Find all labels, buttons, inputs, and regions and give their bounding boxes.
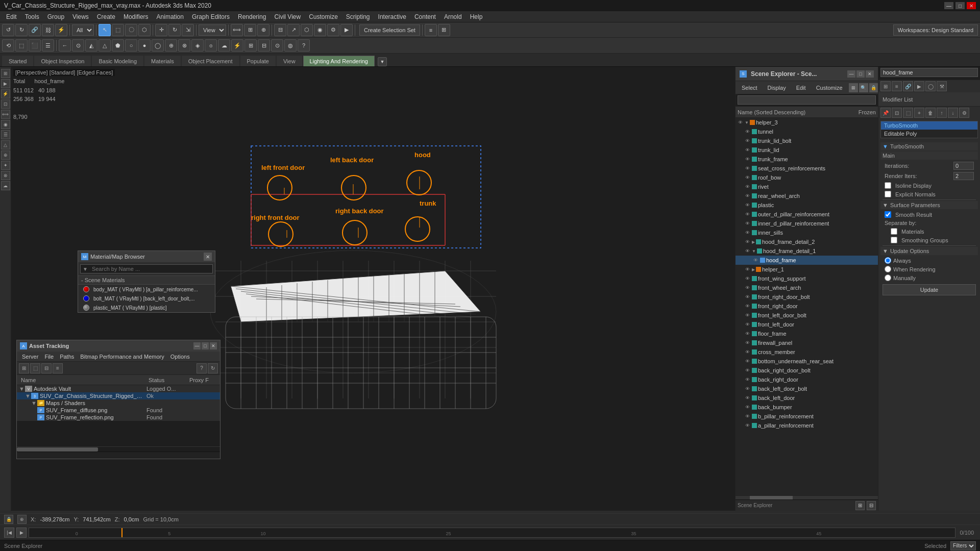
ts-smooth-result-check[interactable]: Smooth Result xyxy=(880,210,978,219)
select-region-button[interactable]: ⬚ xyxy=(112,24,124,36)
tb2-btn20[interactable]: ⊟ xyxy=(258,39,270,52)
ts-explicit-checkbox[interactable] xyxy=(885,191,891,197)
se-item-hood-detail2[interactable]: 👁 ▶ hood_frame_detail_2 xyxy=(736,237,878,246)
se-minimize-btn[interactable]: — xyxy=(847,70,855,78)
link-button[interactable]: 🔗 xyxy=(29,24,41,36)
scene-explorer-button[interactable]: ≡ xyxy=(425,24,437,36)
mirror-button[interactable]: ⟺ xyxy=(231,24,243,36)
menu-scripting[interactable]: Scripting xyxy=(342,12,374,21)
select-fence-button[interactable]: ⬡ xyxy=(138,24,151,36)
select-button[interactable]: ↖ xyxy=(99,24,111,36)
at-tb-btn4[interactable]: ≡ xyxy=(53,363,63,373)
redo-button[interactable]: ↻ xyxy=(15,24,28,36)
eye-icon[interactable]: 👁 xyxy=(744,293,751,300)
eye-icon[interactable]: 👁 xyxy=(744,367,751,374)
se-item-back-right-bolt[interactable]: 👁 back_right_door_bolt xyxy=(736,366,878,375)
left-icon-4[interactable]: ⊡ xyxy=(1,99,10,109)
at-item-vault[interactable]: ▼ V Autodesk Vault Logged O... xyxy=(17,385,220,392)
tb2-btn10[interactable]: ○ xyxy=(125,39,137,52)
tb2-btn14[interactable]: ⊗ xyxy=(178,39,190,52)
se-layers-btn[interactable]: ⊞ xyxy=(855,501,865,510)
eye-icon[interactable]: 👁 xyxy=(744,247,751,255)
render-button[interactable]: ▶ xyxy=(340,24,353,36)
se-item-front-right-bolt[interactable]: 👁 front_right_door_bolt xyxy=(736,292,878,302)
filter-dropdown[interactable]: All xyxy=(72,24,94,36)
tab-materials[interactable]: Materials xyxy=(144,56,181,66)
ts-main-header[interactable]: ▼ TurboSmooth xyxy=(880,142,978,151)
at-scrollbar-thumb[interactable] xyxy=(17,447,98,452)
ts-update-header[interactable]: ▼ Update Options xyxy=(880,247,978,255)
move-button[interactable]: ✛ xyxy=(155,24,167,36)
eye-icon[interactable]: 👁 xyxy=(744,174,751,181)
se-item-bottom-rear[interactable]: 👁 bottom_underneath_rear_seat xyxy=(736,357,878,366)
menu-help[interactable]: Help xyxy=(466,12,487,21)
eye-icon[interactable]: 👁 xyxy=(744,348,751,356)
se-tab-display[interactable]: Display xyxy=(764,84,790,92)
mp-utilities-btn[interactable]: ⚒ xyxy=(937,81,947,91)
minimize-button[interactable]: — xyxy=(944,2,953,9)
tb2-btn4[interactable]: ☰ xyxy=(42,39,54,52)
mod-turbosmooth[interactable]: TurboSmooth xyxy=(881,121,977,130)
ts-smoothing-check[interactable]: Smoothing Groups xyxy=(880,236,978,244)
at-tb-btn1[interactable]: ⊞ xyxy=(19,363,29,373)
mp-move-up-btn[interactable]: ↑ xyxy=(937,108,947,118)
view-dropdown[interactable]: View xyxy=(199,24,226,36)
rotate-button[interactable]: ↻ xyxy=(168,24,181,36)
tb2-btn5[interactable]: ← xyxy=(59,39,71,52)
ts-manually-check[interactable]: Manually xyxy=(880,273,978,282)
at-expand-vault[interactable]: ▼ xyxy=(19,386,25,392)
left-icon-12[interactable]: ☁ xyxy=(1,181,10,190)
se-extra-btn[interactable]: ⊟ xyxy=(867,501,876,510)
menu-tools[interactable]: Tools xyxy=(21,12,43,21)
eye-icon[interactable]: 👁 xyxy=(744,165,751,172)
menu-rendering[interactable]: Rendering xyxy=(234,12,270,21)
mb-close-button[interactable]: ✕ xyxy=(204,253,212,261)
menu-edit[interactable]: Edit xyxy=(2,12,21,21)
eye-icon[interactable]: 👁 xyxy=(744,275,751,282)
mp-object-color-btn[interactable]: ⊞ xyxy=(880,81,891,91)
left-icon-1[interactable]: ⊞ xyxy=(1,69,10,78)
tb2-btn13[interactable]: ⊕ xyxy=(165,39,177,52)
tb2-btn12[interactable]: ◯ xyxy=(152,39,164,52)
se-item-front-left-bolt[interactable]: 👁 front_left_door_bolt xyxy=(736,311,878,320)
eye-icon[interactable]: 👁 xyxy=(744,339,751,346)
se-lock-btn[interactable]: 🔒 xyxy=(869,83,878,92)
se-item-inner-sills[interactable]: 👁 inner_sills xyxy=(736,228,878,237)
se-item-front-left-door[interactable]: 👁 front_left_door xyxy=(736,320,878,329)
tb2-btn18[interactable]: ⚡ xyxy=(231,39,243,52)
ts-main-sub[interactable]: Main xyxy=(880,152,978,160)
bind-button[interactable]: ⚡ xyxy=(55,24,67,36)
se-item-cross-member[interactable]: 👁 cross_member xyxy=(736,347,878,357)
at-item-diffuse[interactable]: P SUV_Frame_diffuse.png Found xyxy=(17,407,220,414)
eye-icon[interactable]: 👁 xyxy=(744,385,751,392)
se-item-firewall[interactable]: 👁 firewall_panel xyxy=(736,338,878,347)
se-item-a-pillar[interactable]: 👁 a_pillar_reinforcement xyxy=(736,421,878,430)
ts-surface-header[interactable]: ▼ Surface Parameters xyxy=(880,201,978,209)
se-search-input[interactable] xyxy=(738,95,876,105)
tab-basic-modeling[interactable]: Basic Modeling xyxy=(92,56,143,66)
ts-always-radio[interactable] xyxy=(885,257,891,264)
tab-started[interactable]: Started xyxy=(2,56,33,66)
mod-editable-poly[interactable]: Editable Poly xyxy=(881,130,977,138)
se-item-trunk-frame[interactable]: 👁 trunk_frame xyxy=(736,155,878,164)
ts-smooth-checkbox[interactable] xyxy=(885,211,891,218)
tab-populate[interactable]: Populate xyxy=(240,56,276,66)
ts-when-rendering-radio[interactable] xyxy=(885,266,891,272)
se-close-btn[interactable]: ✕ xyxy=(866,70,874,78)
tab-object-placement[interactable]: Object Placement xyxy=(182,56,239,66)
eye-icon[interactable]: 👁 xyxy=(744,192,751,199)
eye-icon[interactable]: 👁 xyxy=(744,238,751,245)
tb2-btn6[interactable]: ⊙ xyxy=(72,39,84,52)
status-filter-dropdown[interactable]: Filters xyxy=(950,541,976,550)
ts-materials-checkbox[interactable] xyxy=(891,228,897,235)
se-tab-select[interactable]: Select xyxy=(738,84,762,92)
se-item-front-right-door[interactable]: 👁 front_right_door xyxy=(736,302,878,311)
eye-icon[interactable]: 👁 xyxy=(744,137,751,144)
left-icon-5[interactable]: ⟺ xyxy=(1,110,10,119)
eye-icon[interactable]: 👁 xyxy=(737,119,744,126)
tb2-btn22[interactable]: ◍ xyxy=(284,39,297,52)
at-scrollbar[interactable] xyxy=(17,446,220,452)
ts-render-iters-input[interactable] xyxy=(953,172,974,180)
create-selection-set-button[interactable]: Create Selection Set xyxy=(359,24,420,36)
at-menu-file[interactable]: File xyxy=(41,353,57,361)
